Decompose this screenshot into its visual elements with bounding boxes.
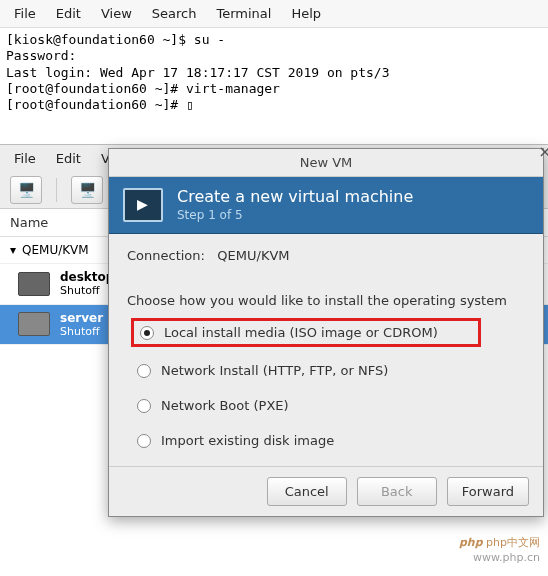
toolbar-separator [56, 178, 57, 202]
connection-value: QEMU/KVM [217, 248, 289, 263]
dialog-body: Connection: QEMU/KVM Choose how you woul… [109, 234, 543, 466]
vm-icon [18, 312, 50, 336]
install-method-group: Local install media (ISO image or CDROM)… [127, 318, 525, 452]
radio-icon [137, 364, 151, 378]
radio-network-install[interactable]: Network Install (HTTP, FTP, or NFS) [131, 359, 525, 382]
terminal-output[interactable]: [kiosk@foundation60 ~]$ su - Password: L… [0, 28, 548, 117]
menu-view[interactable]: View [93, 4, 140, 23]
forward-button[interactable]: Forward [447, 477, 529, 506]
new-vm-dialog: New VM × Create a new virtual machine St… [108, 148, 544, 517]
dialog-footer: Cancel Back Forward [109, 466, 543, 516]
monitor-icon: 🖥️ [18, 182, 35, 198]
radio-label: Import existing disk image [161, 433, 334, 448]
menu-help[interactable]: Help [283, 4, 329, 23]
menu-search[interactable]: Search [144, 4, 205, 23]
radio-network-boot[interactable]: Network Boot (PXE) [131, 394, 525, 417]
radio-icon [140, 326, 154, 340]
vm-name: desktop [60, 270, 114, 284]
radio-label: Network Boot (PXE) [161, 398, 289, 413]
vm-play-icon [123, 188, 163, 222]
vmm-menu-edit[interactable]: Edit [48, 149, 89, 168]
connection-label: QEMU/KVM [22, 243, 89, 257]
radio-label: Local install media (ISO image or CDROM) [164, 325, 438, 340]
vm-icon [18, 272, 50, 296]
connection-label: Connection: [127, 248, 205, 263]
watermark-url: www.php.cn [473, 551, 540, 564]
menu-edit[interactable]: Edit [48, 4, 89, 23]
vm-name: server [60, 311, 103, 325]
menu-file[interactable]: File [6, 4, 44, 23]
vmm-menu-file[interactable]: File [6, 149, 44, 168]
dialog-title: New VM × [109, 149, 543, 177]
new-vm-button[interactable]: 🖥️ [10, 176, 42, 204]
vm-status: Shutoff [60, 325, 103, 338]
dialog-header: Create a new virtual machine Step 1 of 5 [109, 177, 543, 234]
back-button[interactable]: Back [357, 477, 437, 506]
radio-icon [137, 399, 151, 413]
radio-local-install[interactable]: Local install media (ISO image or CDROM) [131, 318, 481, 347]
close-icon[interactable]: × [535, 141, 548, 161]
choose-install-label: Choose how you would like to install the… [127, 293, 525, 308]
dialog-heading: Create a new virtual machine [177, 187, 413, 208]
cancel-button[interactable]: Cancel [267, 477, 347, 506]
chevron-down-icon: ▾ [10, 243, 16, 257]
watermark-brand: php php中文网 [459, 535, 540, 550]
open-vm-button[interactable]: 🖥️ [71, 176, 103, 204]
menu-terminal[interactable]: Terminal [208, 4, 279, 23]
radio-import-disk[interactable]: Import existing disk image [131, 429, 525, 452]
vm-status: Shutoff [60, 284, 114, 297]
radio-icon [137, 434, 151, 448]
terminal-menubar: File Edit View Search Terminal Help [0, 0, 548, 28]
monitor-icon: 🖥️ [79, 182, 96, 198]
radio-label: Network Install (HTTP, FTP, or NFS) [161, 363, 388, 378]
dialog-step: Step 1 of 5 [177, 208, 413, 224]
